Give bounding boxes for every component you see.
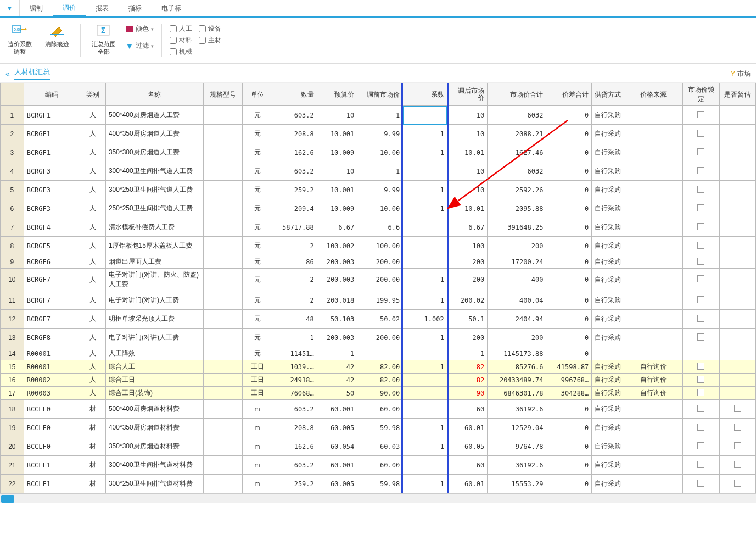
- cell[interactable]: 2: [272, 237, 317, 255]
- cell[interactable]: 2095.88: [488, 199, 546, 218]
- cell[interactable]: BCRGF7: [24, 291, 80, 310]
- cell[interactable]: 603.2: [272, 400, 317, 419]
- cell[interactable]: 60.001: [317, 400, 357, 419]
- cell[interactable]: 10.00: [357, 143, 403, 162]
- cell[interactable]: 90.00: [357, 387, 403, 400]
- cell[interactable]: 8: [1, 237, 24, 255]
- cell[interactable]: [637, 255, 683, 269]
- cell[interactable]: 4: [1, 162, 24, 181]
- cell[interactable]: 元: [242, 125, 272, 143]
- cell[interactable]: 20433489.74: [488, 374, 546, 387]
- cell[interactable]: [203, 387, 242, 400]
- table-row[interactable]: 16R00002人综合工日工日24918…4282.008220433489.7…: [1, 374, 756, 387]
- cell[interactable]: 0: [546, 143, 592, 162]
- cell[interactable]: BCCLF0: [24, 437, 80, 456]
- cell[interactable]: 1: [317, 347, 357, 360]
- col-code[interactable]: 编码: [24, 83, 80, 106]
- cell[interactable]: 0: [546, 125, 592, 143]
- cell[interactable]: [203, 456, 242, 475]
- temp-cell[interactable]: [719, 237, 755, 255]
- cell[interactable]: 人: [80, 329, 105, 347]
- cell[interactable]: BCRGF3: [24, 181, 80, 199]
- temp-cell[interactable]: [719, 374, 755, 387]
- cell[interactable]: 60.005: [317, 475, 357, 493]
- cell[interactable]: 12: [1, 310, 24, 329]
- cell[interactable]: 人: [80, 181, 105, 199]
- checkbox-icon[interactable]: [697, 389, 704, 396]
- cell[interactable]: 1: [403, 269, 447, 291]
- cell[interactable]: [403, 456, 447, 475]
- cell[interactable]: 自行询价: [637, 374, 683, 387]
- cell[interactable]: 15553.29: [488, 475, 546, 493]
- cell[interactable]: 11451…: [272, 347, 317, 360]
- tab-3[interactable]: 指标: [119, 0, 152, 16]
- cell[interactable]: 人: [80, 237, 105, 255]
- cell[interactable]: [203, 199, 242, 218]
- cell[interactable]: [637, 106, 683, 125]
- cell[interactable]: 10.001: [317, 125, 357, 143]
- lock-cell[interactable]: [683, 181, 719, 199]
- cell[interactable]: 0: [546, 218, 592, 237]
- cell[interactable]: 259.2: [272, 181, 317, 199]
- cell[interactable]: [403, 218, 447, 237]
- table-row[interactable]: 22BCCLF1材300*250卫生间排气道材料费m259.260.00559.…: [1, 475, 756, 493]
- cell[interactable]: 1: [403, 360, 447, 374]
- cell[interactable]: 10.009: [317, 143, 357, 162]
- cell[interactable]: 304288…: [546, 387, 592, 400]
- col-lock[interactable]: 市场价锁定: [683, 83, 719, 106]
- cell[interactable]: 自行采购: [592, 419, 637, 437]
- checkbox-icon[interactable]: [697, 480, 704, 487]
- cell[interactable]: 2088.21: [488, 125, 546, 143]
- temp-cell[interactable]: [719, 360, 755, 374]
- cell[interactable]: 60.05: [447, 437, 487, 456]
- lock-cell[interactable]: [683, 218, 719, 237]
- table-row[interactable]: 17R00003人综合工日(装饰)工日76068…5090.0090684630…: [1, 387, 756, 400]
- color-picker-button[interactable]: 颜色 ▾: [126, 24, 154, 34]
- col-quantity[interactable]: 数量: [272, 83, 317, 106]
- lock-cell[interactable]: [683, 310, 719, 329]
- temp-cell[interactable]: [719, 143, 755, 162]
- cell[interactable]: 20: [1, 437, 24, 456]
- cell[interactable]: 24918…: [272, 374, 317, 387]
- checkbox-icon[interactable]: [697, 167, 704, 174]
- cell[interactable]: 350*300厨房烟道材料费: [105, 437, 203, 456]
- cell[interactable]: [637, 218, 683, 237]
- cell[interactable]: 0: [546, 419, 592, 437]
- cell[interactable]: 100.002: [317, 237, 357, 255]
- checkbox-icon[interactable]: [697, 148, 704, 155]
- cell[interactable]: 6.67: [447, 218, 487, 237]
- cell[interactable]: 1: [403, 437, 447, 456]
- cell[interactable]: [203, 125, 242, 143]
- cell[interactable]: [203, 475, 242, 493]
- cell[interactable]: 自行采购: [592, 360, 637, 374]
- lock-cell[interactable]: [683, 374, 719, 387]
- cell[interactable]: 300*250卫生间排气道人工费: [105, 181, 203, 199]
- cell[interactable]: 电子对讲门(对讲)人工费: [105, 329, 203, 347]
- cell[interactable]: 人: [80, 199, 105, 218]
- cell[interactable]: R00001: [24, 347, 80, 360]
- cell[interactable]: 自行采购: [592, 218, 637, 237]
- checkbox-icon[interactable]: [734, 442, 741, 449]
- cell[interactable]: 10.01: [447, 199, 487, 218]
- cell[interactable]: [637, 291, 683, 310]
- tab-4[interactable]: 电子标: [152, 0, 191, 16]
- cell[interactable]: 1: [403, 329, 447, 347]
- cell[interactable]: [203, 218, 242, 237]
- cell[interactable]: 1: [403, 143, 447, 162]
- cell[interactable]: 元: [242, 218, 272, 237]
- cell[interactable]: [637, 181, 683, 199]
- cell[interactable]: 6032: [488, 106, 546, 125]
- cell[interactable]: 15: [1, 360, 24, 374]
- cell[interactable]: 300*400卫生间排气道材料费: [105, 456, 203, 475]
- cell[interactable]: 10: [447, 125, 487, 143]
- cell[interactable]: 36192.6: [488, 400, 546, 419]
- cell[interactable]: 人: [80, 387, 105, 400]
- table-row[interactable]: 18BCCLF0材500*400厨房烟道材料费m603.260.00160.00…: [1, 400, 756, 419]
- cell[interactable]: 2592.26: [488, 181, 546, 199]
- cell[interactable]: 自行询价: [637, 387, 683, 400]
- cell[interactable]: [203, 255, 242, 269]
- temp-cell[interactable]: [719, 291, 755, 310]
- cell[interactable]: 200: [447, 269, 487, 291]
- cell[interactable]: 自行采购: [592, 269, 637, 291]
- cell[interactable]: 电子对讲门(对讲、防火、防盗)人工费: [105, 269, 203, 291]
